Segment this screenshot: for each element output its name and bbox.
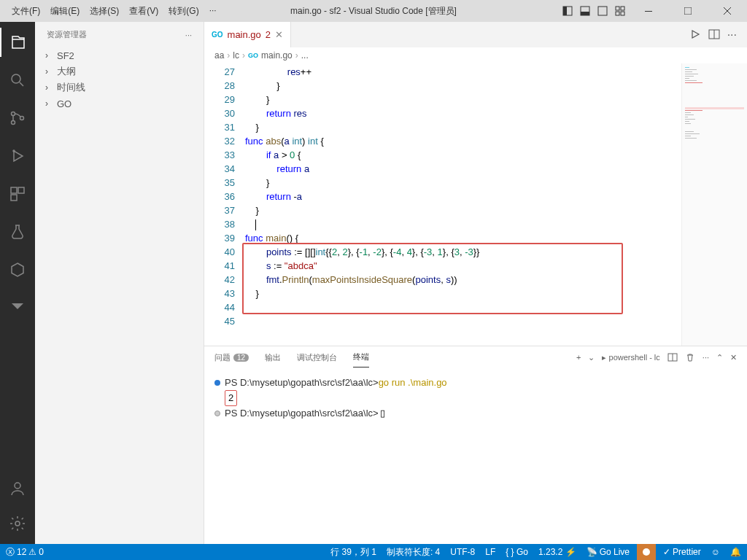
layout-3-icon[interactable] [597,5,608,17]
search-icon[interactable] [0,66,35,95]
sidebar-item-sf2[interactable]: ›SF2 [35,47,204,63]
terminal-body[interactable]: PS D:\mysetup\gopath\src\sf2\aa\lc> go r… [204,368,747,544]
tab-terminal[interactable]: 终端 [353,347,369,368]
new-terminal-icon[interactable]: + [576,353,581,362]
account-icon[interactable] [0,474,35,503]
menu-more[interactable]: ··· [205,2,221,20]
sidebar-item-go[interactable]: ›GO [35,96,204,112]
editor-tabs: GO main.go 2 ✕ ··· [204,22,747,47]
window-maximize[interactable] [671,0,705,22]
sidebar-item-timeline[interactable]: ›时间线 [35,79,204,96]
menu-goto[interactable]: 转到(G) [164,2,203,20]
svg-point-25 [643,548,650,556]
window-close[interactable] [711,0,744,22]
status-cursor[interactable]: 行 39，列 1 [330,546,376,559]
terminal-dropdown-icon[interactable]: ⌄ [588,353,595,362]
status-orange[interactable] [637,544,656,560]
terminal-more-icon[interactable]: ··· [703,353,709,362]
status-eol[interactable]: LF [485,547,495,557]
status-tabsize[interactable]: 制表符长度: 4 [387,546,440,559]
close-panel-icon[interactable]: ✕ [730,353,737,362]
menu-edit[interactable]: 编辑(E) [46,2,84,20]
svg-rect-5 [616,7,619,10]
line-numbers: 27282930313233343536373839404142434445 [204,63,245,346]
status-go-version[interactable]: 1.23.2 ⚡ [538,547,576,557]
extensions-icon[interactable] [0,179,35,209]
tab-debug-console[interactable]: 调试控制台 [297,348,337,368]
sidebar: 资源管理器 ··· ›SF2 ›大纲 ›时间线 ›GO [35,22,204,544]
activity-bar [0,22,35,544]
sidebar-header: 资源管理器 ··· [35,22,204,47]
gear-icon[interactable] [0,509,35,538]
svg-rect-9 [645,11,652,12]
svg-rect-6 [621,7,624,10]
code-area[interactable]: res++ } } return res }func abs(a int) in… [245,63,747,346]
tab-close-icon[interactable]: ✕ [275,29,283,40]
menu-file[interactable]: 文件(F) [7,2,44,20]
status-language[interactable]: { } Go [506,547,528,557]
svg-rect-16 [11,187,17,193]
svg-point-14 [20,117,24,120]
split-icon[interactable] [708,28,720,42]
svg-rect-3 [581,12,589,15]
status-prettier[interactable]: ✓ Prettier [663,547,701,557]
terminal-tabs: 问题12 输出 调试控制台 终端 + ⌄ ▸ powershell - lc ·… [204,346,747,368]
sidebar-item-outline[interactable]: ›大纲 [35,63,204,79]
svg-point-15 [13,150,15,152]
svg-rect-8 [621,12,624,15]
status-encoding[interactable]: UTF-8 [450,547,475,557]
svg-point-20 [15,521,20,526]
minimap[interactable]: ▬▬▬ ▬▬▬▬▬▬▬▬▬▬▬▬▬▬▬▬▬▬▬▬▬▬ ▬▬▬▬▬▬▬▬▬▬▬▬▬… [681,63,747,346]
filter-icon[interactable] [0,293,35,322]
tab-main-go[interactable]: GO main.go 2 ✕ [204,22,291,47]
status-golive[interactable]: 📡 Go Live [587,547,630,557]
split-terminal-icon[interactable] [667,352,678,362]
status-feedback-icon[interactable]: ☺ [711,547,720,557]
svg-rect-18 [11,195,17,201]
breadcrumb[interactable]: aa› lc› GO main.go› ... [204,47,747,63]
status-bar: ⓧ 12 ⚠ 0 行 39，列 1 制表符长度: 4 UTF-8 LF { } … [0,544,747,560]
window-title: main.go - sf2 - Visual Studio Code [管理员] [290,5,457,18]
tab-output[interactable]: 输出 [265,348,281,368]
maximize-panel-icon[interactable]: ⌃ [716,353,723,362]
menu-view[interactable]: 查看(V) [125,2,163,20]
svg-point-19 [15,483,20,489]
status-bell-icon[interactable]: 🔔 [730,547,741,557]
svg-rect-7 [616,12,619,15]
status-errors[interactable]: ⓧ 12 ⚠ 0 [6,546,44,559]
debug-icon[interactable] [0,141,35,171]
menu-select[interactable]: 选择(S) [85,2,123,20]
editor-more-icon[interactable]: ··· [727,28,737,42]
svg-rect-17 [18,187,24,193]
svg-point-11 [12,74,20,83]
svg-point-12 [12,112,15,116]
svg-point-13 [12,121,15,125]
svg-rect-10 [684,7,692,15]
tab-modified-count: 2 [266,29,271,40]
tab-filename: main.go [228,29,261,40]
menu-bar: 文件(F) 编辑(E) 选择(S) 查看(V) 转到(G) ··· [0,2,221,20]
layout-2-icon[interactable] [579,5,591,17]
sidebar-more-icon[interactable]: ··· [185,31,192,39]
terminal-panel: 问题12 输出 调试控制台 终端 + ⌄ ▸ powershell - lc ·… [204,346,747,544]
svg-rect-4 [598,7,607,15]
svg-rect-1 [563,7,567,15]
run-icon[interactable] [689,28,701,42]
kill-terminal-icon[interactable] [685,352,695,362]
editor-content[interactable]: 27282930313233343536373839404142434445 r… [204,63,747,346]
tab-problems[interactable]: 问题12 [214,348,249,368]
editor-area: GO main.go 2 ✕ ··· aa› lc› GO main.go› .… [204,22,747,544]
explorer-icon[interactable] [0,28,35,57]
layout-4-icon[interactable] [614,5,626,17]
testing-icon[interactable] [0,217,35,246]
titlebar: 文件(F) 编辑(E) 选择(S) 查看(V) 转到(G) ··· main.g… [0,0,747,22]
terminal-shell-label[interactable]: ▸ powershell - lc [602,353,659,362]
hex-icon[interactable] [0,255,35,284]
layout-1-icon[interactable] [562,5,573,17]
source-control-icon[interactable] [0,104,35,133]
window-minimize[interactable] [632,0,665,22]
go-file-icon: GO [212,31,223,39]
